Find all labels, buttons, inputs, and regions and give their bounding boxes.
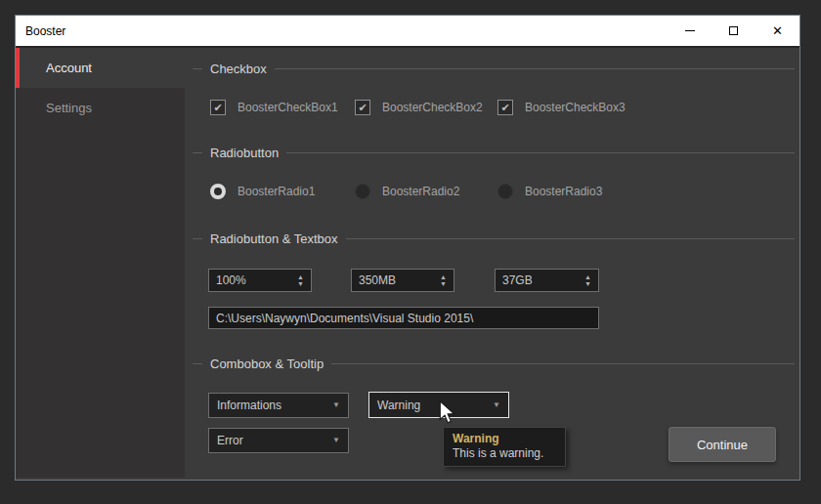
warning-tooltip: Warning This is a warning. (443, 427, 566, 467)
checkbox-box: ✔ (210, 100, 226, 115)
spinner-up-icon[interactable]: ▲ (584, 273, 591, 280)
combobox-informations[interactable]: Informations ▼ (208, 393, 349, 418)
maximize-icon (729, 26, 738, 35)
sidebar-item-label: Account (46, 61, 92, 75)
section-header-radiobutton: Radiobutton (193, 144, 795, 161)
spinner-arrows: ▲ ▼ (440, 273, 454, 287)
combobox-value: Informations (209, 399, 332, 412)
sidebar-item-settings[interactable]: Settings (16, 88, 185, 128)
section-line (193, 68, 202, 69)
checkbox-box: ✔ (497, 100, 513, 115)
spinner-arrows: ▲ ▼ (584, 273, 598, 287)
path-textbox[interactable] (208, 307, 599, 329)
spinner-percent[interactable]: 100% ▲ ▼ (208, 269, 312, 292)
radio-circle-icon (210, 184, 226, 199)
tooltip-body: This is a warning. (453, 446, 556, 460)
close-button[interactable]: ✕ (756, 16, 799, 46)
spinner-arrows: ▲ ▼ (297, 273, 311, 287)
caption-buttons: ✕ (668, 16, 799, 46)
close-icon: ✕ (772, 24, 783, 37)
section-line (346, 238, 795, 239)
titlebar[interactable]: Booster ✕ (16, 16, 799, 48)
section-title: Radiobutton & Textbox (210, 231, 338, 246)
checkbox-boostercheckbox3[interactable]: ✔ BoosterCheckBox3 (497, 100, 626, 115)
section-line (286, 152, 795, 153)
spinner-down-icon[interactable]: ▼ (440, 280, 447, 287)
check-icon: ✔ (358, 103, 367, 113)
checkbox-box: ✔ (355, 100, 370, 115)
sidebar-item-label: Settings (46, 101, 92, 115)
radio-label: BoosterRadio1 (238, 185, 315, 198)
radio-circle-icon (497, 184, 513, 199)
radio-boosterradio3[interactable]: BoosterRadio3 (497, 184, 602, 199)
radio-label: BoosterRadio3 (525, 185, 602, 198)
combobox-error[interactable]: Error ▼ (208, 428, 349, 453)
section-title: Checkbox (210, 62, 267, 76)
radio-label: BoosterRadio2 (382, 185, 459, 198)
section-line (193, 363, 202, 364)
desktop: { "window": { "title": "Booster" }, "ico… (0, 0, 821, 504)
section-title: Radiobutton (210, 146, 279, 160)
checkbox-boostercheckbox2[interactable]: ✔ BoosterCheckBox2 (355, 100, 483, 115)
window-title: Booster (16, 24, 65, 38)
maximize-button[interactable] (712, 16, 756, 46)
minimize-icon (685, 30, 695, 31)
section-header-checkbox: Checkbox (193, 60, 795, 77)
window-body: Account Settings Checkbox ✔ BoosterCheck… (16, 48, 799, 478)
sidebar: Account Settings (16, 48, 185, 478)
spinner-down-icon[interactable]: ▼ (584, 280, 591, 287)
tooltip-title: Warning (453, 432, 556, 445)
section-line (193, 238, 202, 239)
radio-boosterradio2[interactable]: BoosterRadio2 (355, 184, 459, 199)
section-title: Combobox & Tooltip (210, 357, 324, 371)
section-header-combobox-tooltip: Combobox & Tooltip (193, 355, 795, 372)
radio-circle-icon (355, 184, 370, 199)
continue-button-label: Continue (697, 438, 748, 452)
spinner-value: 100% (209, 273, 297, 287)
checkbox-label: BoosterCheckBox3 (525, 101, 626, 114)
minimize-button[interactable] (668, 16, 712, 46)
section-line (193, 152, 202, 153)
dropdown-arrow-icon: ▼ (332, 437, 348, 444)
dropdown-arrow-icon: ▼ (493, 401, 508, 409)
spinner-value: 37GB (496, 273, 584, 287)
continue-button[interactable]: Continue (669, 427, 776, 462)
selected-accent-bar (16, 48, 20, 88)
content-panel: Checkbox ✔ BoosterCheckBox1 ✔ BoosterChe… (185, 48, 799, 478)
section-line (275, 68, 795, 69)
check-icon: ✔ (213, 103, 222, 113)
spinner-down-icon[interactable]: ▼ (297, 280, 304, 287)
spinner-gigabytes[interactable]: 37GB ▲ ▼ (495, 269, 599, 292)
booster-window: Booster ✕ Account Settings (15, 15, 800, 481)
check-icon: ✔ (500, 103, 509, 113)
sidebar-item-account[interactable]: Account (16, 48, 185, 88)
spinner-up-icon[interactable]: ▲ (297, 273, 304, 280)
spinner-value: 350MB (352, 273, 440, 287)
section-header-radiobutton-textbox: Radiobutton & Textbox (193, 230, 795, 247)
combobox-value: Error (209, 434, 332, 447)
section-line (331, 363, 795, 364)
checkbox-label: BoosterCheckBox2 (382, 101, 483, 114)
checkbox-boostercheckbox1[interactable]: ✔ BoosterCheckBox1 (210, 100, 338, 115)
dropdown-arrow-icon: ▼ (332, 401, 348, 409)
checkbox-label: BoosterCheckBox1 (238, 101, 338, 114)
combobox-warning[interactable]: Warning ▼ (368, 392, 509, 418)
spinner-up-icon[interactable]: ▲ (440, 273, 447, 280)
spinner-megabytes[interactable]: 350MB ▲ ▼ (351, 269, 454, 292)
radio-boosterradio1[interactable]: BoosterRadio1 (210, 184, 315, 199)
combobox-value: Warning (369, 399, 493, 412)
